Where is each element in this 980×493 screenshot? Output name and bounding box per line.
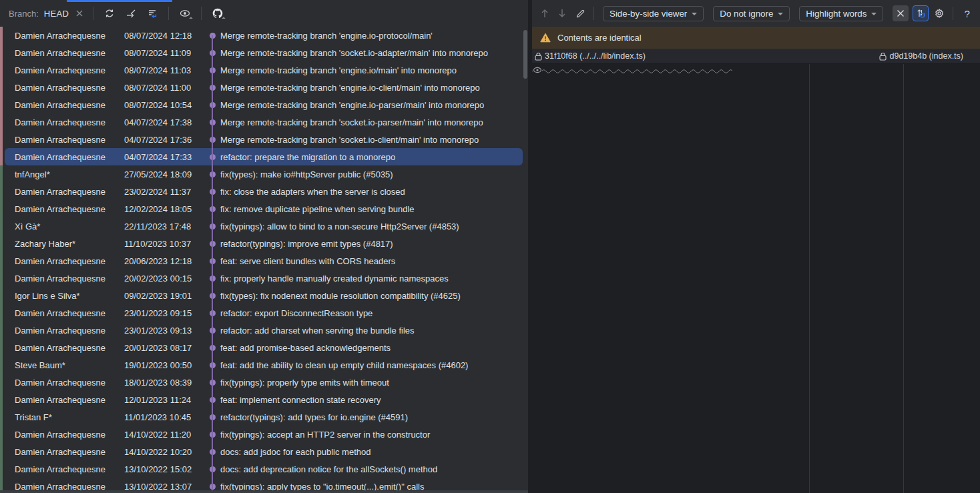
ide-window: Branch: HEAD (0, 0, 980, 493)
highlight-mode-value: Highlight words (806, 9, 867, 19)
commit-author: Steve Baum* (0, 360, 124, 370)
chevron-down-icon (222, 17, 226, 21)
commit-row[interactable]: Damien Arrachequesne 20/02/2023 00:15 fi… (0, 270, 528, 287)
commit-date: 04/07/2024 17:38 (124, 117, 204, 127)
commit-message: feat: add promise-based acknowledgements (220, 343, 528, 353)
vertical-scrollbar[interactable] (523, 30, 527, 79)
toolbar-separator (93, 7, 93, 20)
commit-date: 12/01/2023 11:24 (124, 395, 204, 405)
commit-author: Damien Arrachequesne (0, 430, 124, 440)
gear-icon[interactable] (931, 5, 947, 21)
commit-row[interactable]: Damien Arrachequesne 23/02/2024 11:37 fi… (0, 183, 528, 200)
commit-date: 22/11/2023 17:48 (124, 221, 204, 231)
branch-filter-value[interactable]: HEAD (44, 9, 69, 19)
commit-author: Tristan F* (0, 412, 124, 422)
commit-row[interactable]: Zachary Haber* 11/10/2023 10:37 refactor… (0, 235, 528, 252)
warning-icon (540, 33, 551, 43)
commit-author: Xì Gà* (0, 221, 124, 231)
commit-row[interactable]: Damien Arrachequesne 13/10/2022 15:02 do… (0, 460, 528, 478)
commit-row[interactable]: Damien Arrachequesne 04/07/2024 17:36 Me… (0, 131, 528, 148)
commit-author: Damien Arrachequesne (0, 204, 124, 214)
go-to-hash-icon[interactable] (123, 5, 139, 21)
commit-message: fix: remove duplicate pipeline when serv… (220, 204, 528, 214)
chevron-down-icon (871, 13, 877, 15)
collapsed-lines-wave[interactable] (532, 67, 732, 73)
diff-editors[interactable] (532, 64, 980, 493)
commit-date: 09/02/2023 19:01 (124, 291, 204, 301)
commit-message: refactor: add charset when serving the b… (220, 326, 528, 336)
commit-author: Zachary Haber* (0, 239, 124, 249)
commit-row[interactable]: Damien Arrachequesne 04/07/2024 17:38 Me… (0, 113, 528, 131)
sync-scroll-icon[interactable] (913, 5, 929, 21)
commit-date: 08/07/2024 11:00 (124, 83, 204, 93)
ignore-policy-value: Do not ignore (720, 9, 773, 19)
horizontal-scrollbar[interactable] (0, 490, 528, 493)
commit-author: Damien Arrachequesne (0, 31, 124, 41)
commit-row[interactable]: Damien Arrachequesne 04/07/2024 17:33 re… (0, 148, 528, 165)
commit-row[interactable]: Xì Gà* 22/11/2023 17:48 fix(typings): al… (0, 217, 528, 235)
commit-date: 27/05/2024 18:09 (124, 169, 204, 179)
commit-date: 08/07/2024 11:03 (124, 65, 204, 75)
commit-row[interactable]: Damien Arrachequesne 23/01/2023 09:13 re… (0, 322, 528, 339)
commit-message: docs: add jsdoc for each public method (220, 447, 528, 457)
github-icon[interactable] (210, 5, 226, 21)
viewer-mode-select[interactable]: Side-by-side viewer (603, 6, 704, 21)
left-file-title: 31f10f68 (../../../lib/index.ts) (535, 51, 646, 61)
commit-row[interactable]: Damien Arrachequesne 08/07/2024 10:54 Me… (0, 96, 528, 113)
eye-icon[interactable] (177, 5, 193, 21)
commit-row[interactable]: Damien Arrachequesne 20/01/2023 08:17 fe… (0, 339, 528, 356)
commit-message: Merge remote-tracking branch 'socket.io-… (220, 117, 528, 127)
commit-date: 04/07/2024 17:33 (124, 152, 204, 162)
banner-text: Contents are identical (557, 33, 642, 43)
commit-row[interactable]: Damien Arrachequesne 12/02/2024 18:05 fi… (0, 200, 528, 217)
commit-row[interactable]: Damien Arrachequesne 20/06/2023 12:18 fe… (0, 252, 528, 270)
commit-row[interactable]: tnfAngel* 27/05/2024 18:09 fix(types): m… (0, 165, 528, 183)
commit-list: Damien Arrachequesne 08/07/2024 12:18 Me… (0, 27, 528, 493)
commit-author: Damien Arrachequesne (0, 343, 124, 353)
match-filter-icon[interactable] (144, 5, 160, 21)
commit-author: Damien Arrachequesne (0, 100, 124, 110)
commit-message: fix(types): fix nodenext module resoluti… (220, 291, 528, 301)
help-icon[interactable]: ? (964, 8, 969, 19)
commit-row[interactable]: Damien Arrachequesne 08/07/2024 11:03 Me… (0, 61, 528, 79)
refresh-icon[interactable] (101, 5, 117, 21)
commit-date: 20/06/2023 12:18 (124, 256, 204, 266)
commit-author: Damien Arrachequesne (0, 135, 124, 145)
commit-message: fix(types): make io#httpServer public (#… (220, 169, 528, 179)
collapse-unchanged-icon[interactable] (893, 5, 909, 21)
commit-date: 08/07/2024 11:09 (124, 48, 204, 58)
chevron-down-icon (692, 13, 697, 15)
commit-row[interactable]: Damien Arrachequesne 08/07/2024 11:00 Me… (0, 79, 528, 96)
commit-author: Damien Arrachequesne (0, 83, 124, 93)
prev-change-icon[interactable] (537, 6, 552, 21)
commit-row[interactable]: Damien Arrachequesne 18/01/2023 08:39 fi… (0, 374, 528, 391)
commit-row[interactable]: Damien Arrachequesne 08/07/2024 12:18 Me… (0, 27, 528, 44)
commit-row[interactable]: Damien Arrachequesne 12/01/2023 11:24 fe… (0, 391, 528, 408)
commit-author: tnfAngel* (0, 169, 124, 179)
diff-editor-divider (903, 64, 904, 493)
close-icon[interactable] (74, 5, 85, 21)
commit-date: 14/10/2022 11:20 (124, 430, 204, 440)
diff-editor-divider (809, 64, 810, 493)
commit-date: 08/07/2024 10:54 (124, 100, 204, 110)
commit-row[interactable]: Damien Arrachequesne 14/10/2022 11:20 fi… (0, 426, 528, 443)
commit-row[interactable]: Igor Lins e Silva* 09/02/2023 19:01 fix(… (0, 287, 528, 304)
commit-message: refactor(typings): add types for io.engi… (220, 412, 528, 422)
next-change-icon[interactable] (555, 6, 569, 21)
commit-message: refactor(typings): improve emit types (#… (220, 239, 528, 249)
highlight-mode-select[interactable]: Highlight words (799, 6, 883, 21)
commit-row[interactable]: Damien Arrachequesne 23/01/2023 09:15 re… (0, 304, 528, 322)
commit-message: refactor: export DisconnectReason type (220, 308, 528, 318)
diff-toolbar: Side-by-side viewer Do not ignore Highli… (532, 0, 980, 27)
unfold-eye-icon[interactable] (533, 65, 542, 77)
commit-row[interactable]: Damien Arrachequesne 08/07/2024 11:09 Me… (0, 44, 528, 61)
commit-row[interactable]: Steve Baum* 19/01/2023 00:50 feat: add t… (0, 356, 528, 374)
toolbar-separator (168, 7, 169, 20)
commit-row[interactable]: Tristan F* 11/01/2023 10:45 refactor(typ… (0, 408, 528, 426)
edit-icon[interactable] (572, 5, 588, 21)
chevron-down-icon (189, 17, 193, 21)
commit-date: 18/01/2023 08:39 (124, 378, 204, 388)
commit-row[interactable]: Damien Arrachequesne 14/10/2022 10:20 do… (0, 443, 528, 460)
commit-date: 08/07/2024 12:18 (124, 31, 204, 41)
ignore-policy-select[interactable]: Do not ignore (713, 6, 790, 21)
